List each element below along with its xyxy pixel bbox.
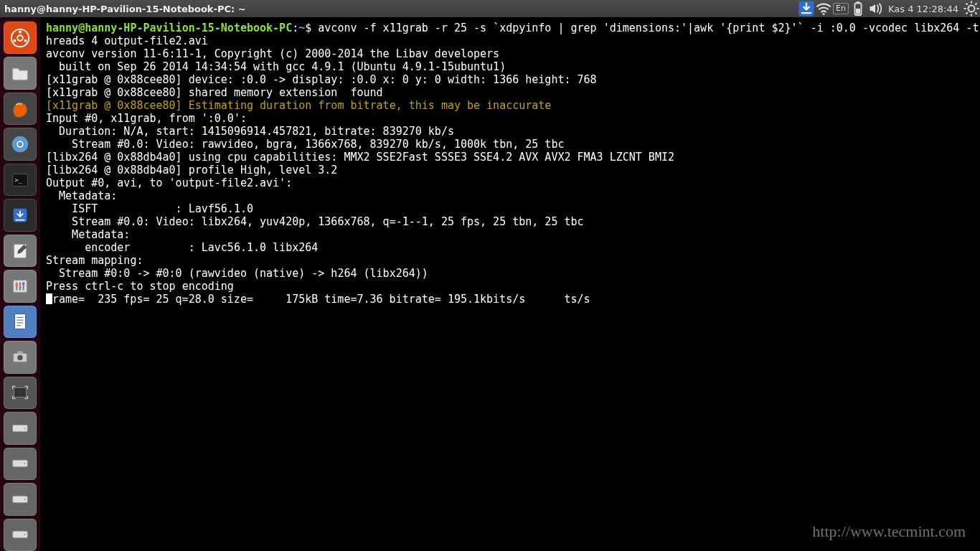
top-panel: hanny@hanny-HP-Pavilion-15-Notebook-PC: …	[0, 0, 980, 17]
out-l10: [libx264 @ 0x88db4a0] profile High, leve…	[46, 164, 337, 176]
launcher-disk-1[interactable]	[4, 412, 37, 444]
svg-text:>_: >_	[15, 176, 23, 183]
launcher-shotwell[interactable]	[4, 341, 37, 373]
prompt-sep1: :	[292, 22, 298, 34]
svg-rect-4	[856, 9, 860, 14]
svg-rect-41	[17, 352, 23, 354]
launcher-disk-2[interactable]	[4, 448, 37, 480]
launcher-writer[interactable]	[4, 306, 37, 338]
command-line-2: hreads 4 output-file2.avi	[46, 34, 208, 47]
launcher-terminal[interactable]: >_	[4, 164, 37, 196]
out-l6: Input #0, x11grab, from ':0.0':	[46, 112, 247, 125]
out-l4: [x11grab @ 0x88cee80] shared memory exte…	[46, 86, 383, 99]
svg-point-50	[24, 534, 25, 535]
prompt-userhost: hanny@hanny-HP-Pavilion-15-Notebook-PC	[46, 22, 292, 34]
svg-line-13	[975, 4, 976, 5]
svg-point-40	[17, 355, 23, 361]
out-l13: ISFT : Lavf56.1.0	[46, 202, 253, 215]
svg-point-46	[24, 463, 25, 464]
svg-rect-3	[857, 1, 860, 3]
launcher-dash[interactable]	[4, 22, 37, 54]
launcher-firefox[interactable]	[4, 93, 37, 125]
svg-line-10	[966, 4, 968, 5]
terminal-output[interactable]: hanny@hanny-HP-Pavilion-15-Notebook-PC:~…	[40, 17, 980, 551]
prompt-path: ~	[298, 22, 305, 34]
battery-icon[interactable]	[849, 0, 867, 17]
svg-point-1	[823, 13, 825, 15]
launcher-files[interactable]	[4, 57, 37, 89]
out-l2: built on Sep 26 2014 14:34:54 with gcc 4…	[46, 60, 506, 73]
out-l14: Stream #0.0: Video: libx264, yuv420p, 13…	[46, 215, 584, 228]
unity-launcher: >_	[0, 17, 40, 551]
svg-point-33	[22, 282, 25, 285]
out-l3: [x11grab @ 0x88cee80] device: :0.0 -> di…	[46, 73, 597, 86]
launcher-disk-4[interactable]	[4, 519, 37, 551]
prompt-sep2: $	[305, 22, 318, 34]
out-l16: encoder : Lavc56.1.0 libx264	[46, 241, 318, 254]
launcher-downloader[interactable]	[4, 199, 37, 231]
wifi-icon[interactable]	[815, 0, 832, 17]
out-l17: Stream mapping:	[46, 254, 143, 267]
svg-point-18	[17, 35, 23, 41]
launcher-chromium[interactable]	[4, 128, 37, 160]
launcher-disk-3[interactable]	[4, 483, 37, 515]
out-l7: Duration: N/A, start: 1415096914.457821,…	[46, 125, 454, 138]
out-l9: [libx264 @ 0x88db4a0] using cpu capabili…	[46, 151, 674, 164]
svg-point-15	[19, 30, 22, 33]
out-l11: Output #0, avi, to 'output-file2.avi':	[46, 176, 292, 189]
svg-rect-34	[15, 314, 26, 329]
out-l12: Metadata:	[46, 189, 117, 202]
out-l18: Stream #0:0 -> #0:0 (rawvideo (native) -…	[46, 267, 428, 280]
svg-point-5	[969, 6, 975, 12]
svg-point-48	[24, 499, 25, 500]
svg-line-12	[966, 12, 968, 14]
out-l1: avconv version 11-6:11-1, Copyright (c) …	[46, 47, 499, 60]
session-gear-icon[interactable]	[963, 0, 980, 17]
cursor	[46, 293, 52, 304]
out-l15: Metadata:	[46, 228, 130, 241]
svg-point-31	[15, 283, 18, 286]
out-l20b: rame= 235 fps= 25 q=28.0 size= 175kB tim…	[52, 293, 590, 306]
svg-point-44	[24, 428, 25, 429]
svg-point-32	[19, 286, 22, 289]
out-l8: Stream #0.0: Video: rawvideo, bgra, 1366…	[46, 138, 564, 151]
svg-line-11	[975, 12, 976, 14]
clock[interactable]: Kas 4 12:28:44	[884, 4, 963, 14]
launcher-settings[interactable]	[4, 270, 37, 302]
svg-point-16	[24, 39, 27, 42]
launcher-screenshot[interactable]	[4, 377, 37, 409]
svg-point-22	[18, 142, 22, 146]
keyboard-layout-indicator[interactable]: En	[832, 0, 849, 17]
svg-point-17	[13, 39, 16, 42]
launcher-text-editor[interactable]	[4, 235, 37, 267]
download-indicator-icon[interactable]	[798, 0, 815, 17]
out-l5: [x11grab @ 0x88cee80] Estimating duratio…	[46, 99, 551, 112]
volume-icon[interactable]	[867, 0, 884, 17]
window-title: hanny@hanny-HP-Pavilion-15-Notebook-PC: …	[0, 4, 246, 14]
svg-rect-42	[14, 388, 27, 397]
command-line-1: avconv -f x11grab -r 25 -s `xdpyinfo | g…	[318, 22, 979, 34]
out-l19: Press ctrl-c to stop encoding	[46, 280, 234, 293]
